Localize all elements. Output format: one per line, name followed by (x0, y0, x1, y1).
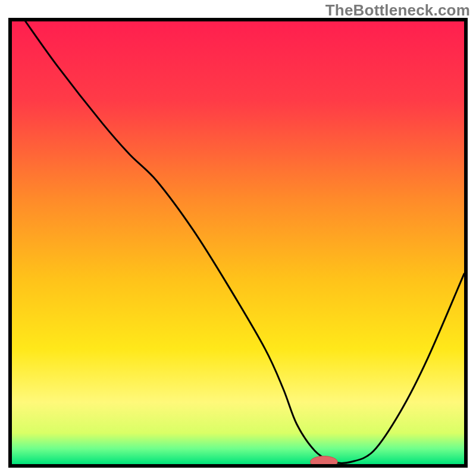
chart-frame (8, 18, 468, 468)
gradient-background (12, 21, 464, 464)
chart-stage: TheBottleneck.com (0, 0, 476, 476)
chart-plot (12, 21, 464, 464)
watermark-text: TheBottleneck.com (325, 1, 470, 20)
